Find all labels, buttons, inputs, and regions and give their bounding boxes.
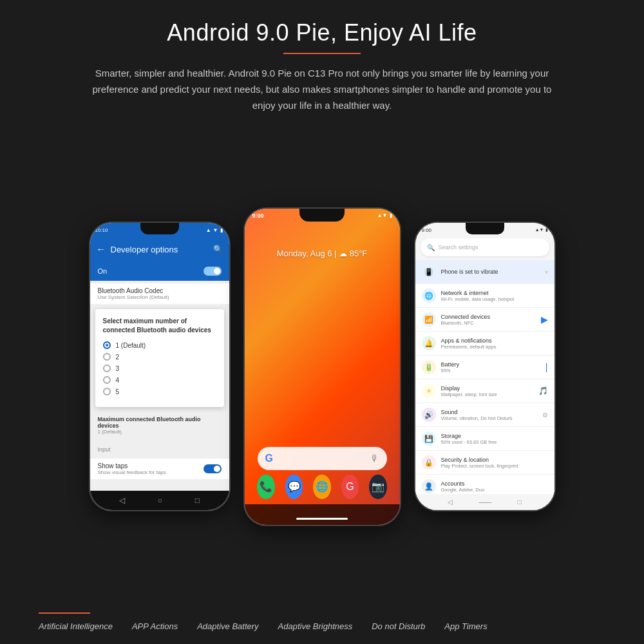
search-settings-placeholder: Search settings	[439, 244, 478, 251]
radio-item-3[interactable]: 3	[103, 365, 216, 372]
chrome-app-icon[interactable]: 🌐	[313, 475, 330, 499]
vibrate-icon: 📳	[422, 265, 436, 279]
storage-title: Storage	[441, 433, 548, 439]
display-title: Display	[441, 385, 533, 392]
settings-item-accounts[interactable]: 👤 Accounts Google, Adobe, Duo	[415, 475, 554, 494]
settings-time: 9:00	[422, 227, 432, 233]
radio-circle-5	[103, 388, 111, 395]
phone-right: 9:00 ▲▼ ▮ 🔍 Search settings 📳	[414, 222, 556, 511]
apps-text: Apps & notifications Permissions, defaul…	[441, 337, 548, 350]
recents-nav-icon[interactable]: □	[195, 496, 200, 505]
storage-icon: 💾	[422, 431, 436, 446]
bluetooth-title: Bluetooth Audio Codec	[98, 287, 222, 294]
back-nav-icon[interactable]: ◁	[119, 496, 125, 505]
bluetooth-item[interactable]: Bluetooth Audio Codec Use System Selecti…	[90, 283, 229, 304]
center-date-area: Monday, Aug 6 | ☁ 85°F	[245, 247, 400, 259]
page-container: Android 9.0 Pie, Enjoy AI Life Smarter, …	[0, 0, 644, 644]
radio-item-2[interactable]: 2	[103, 353, 216, 361]
center-home-indicator	[296, 518, 348, 520]
apps-sub: Permissions, default apps	[441, 344, 548, 350]
on-toggle[interactable]	[204, 267, 222, 276]
show-taps-sub: Show visual feedback for taps	[98, 469, 166, 475]
settings-home-indicator: ——	[478, 498, 491, 506]
home-nav-icon[interactable]: ○	[158, 496, 162, 505]
bottom-underline	[39, 612, 90, 614]
sound-settings-icon: ⚙	[542, 412, 548, 419]
apps-title: Apps & notifications	[441, 337, 548, 344]
security-icon: 🔒	[422, 455, 436, 469]
google-app-icon[interactable]: G	[341, 475, 359, 499]
settings-back-icon[interactable]: ◁	[448, 498, 453, 506]
camera-app-icon[interactable]: 📷	[369, 475, 386, 499]
feature-do-not-disturb: Do not Disturb	[372, 621, 425, 631]
battery-text: Battery 95%	[441, 361, 540, 374]
wifi-icon: ▼	[213, 227, 218, 233]
radio-label-3: 3	[116, 365, 120, 372]
devices-text: Connected devices Bluetooth, NFC	[441, 314, 536, 326]
settings-item-display[interactable]: ☀ Display Wallpaper, sleep, font size 🎵	[415, 379, 554, 403]
mic-icon[interactable]: 🎙	[370, 453, 379, 464]
settings-item-sound[interactable]: 🔊 Sound Volume, vibration, Do Not Distur…	[415, 403, 554, 427]
settings-signal-icon: ▲▼	[535, 227, 544, 232]
max-devices-note: Maximum connected Bluetooth audio device…	[90, 412, 229, 439]
feature-adaptive-battery: Adaptive Battery	[197, 621, 258, 631]
radio-item-1[interactable]: 1 (Default)	[103, 341, 216, 349]
settings-item-devices[interactable]: 📶 Connected devices Bluetooth, NFC ▶	[415, 308, 554, 332]
center-battery-icon: ▮	[390, 213, 392, 218]
dev-options-title: Developer options	[111, 245, 208, 254]
show-taps-row[interactable]: Show taps Show visual feedback for taps	[90, 459, 229, 479]
accounts-sub: Google, Adobe, Duo	[441, 487, 548, 493]
show-taps-title: Show taps	[98, 462, 166, 469]
center-signal-icon: ▲▼	[377, 213, 388, 218]
left-notch	[140, 223, 179, 234]
search-icon[interactable]: 🔍	[213, 245, 223, 254]
dev-options-content: On Bluetooth Audio Codec Use System Sele…	[90, 261, 229, 491]
sound-text: Sound Volume, vibration, Do Not Disturb	[441, 409, 537, 421]
apps-icon: 🔔	[422, 336, 436, 350]
display-sub: Wallpaper, sleep, font size	[441, 392, 533, 397]
feature-app-actions: APP Actions	[132, 621, 178, 631]
center-status-icons: ▲▼ ▮	[377, 213, 392, 218]
vibrate-title: Phone is set to vibrate	[441, 269, 540, 275]
battery-title: Battery	[441, 361, 540, 368]
battery-scroll-indicator: |	[545, 362, 548, 372]
back-arrow-icon[interactable]: ←	[97, 244, 106, 254]
radio-circle-3	[103, 365, 111, 372]
storage-text: Storage 50% used - 63.83 GB free	[441, 433, 548, 445]
feature-ai: Artificial Intelligence	[39, 621, 113, 631]
battery-sub: 95%	[441, 368, 540, 374]
settings-item-vibrate[interactable]: 📳 Phone is set to vibrate ▾	[415, 260, 554, 284]
note-title: Maximum connected Bluetooth audio device…	[98, 416, 222, 429]
settings-battery-icon: ▮	[545, 227, 548, 232]
phone-app-icon[interactable]: 📞	[257, 475, 274, 499]
show-taps-toggle[interactable]	[204, 464, 222, 473]
settings-item-network[interactable]: 🌐 Network & internet Wi-Fi, mobile, data…	[415, 284, 554, 308]
storage-sub: 50% used - 63.83 GB free	[441, 439, 548, 445]
center-date: Monday, Aug 6 | ☁ 85°F	[277, 249, 368, 258]
on-label: On	[98, 267, 108, 275]
left-status-icons: ▲ ▼ ▮	[206, 227, 223, 233]
radio-item-4[interactable]: 4	[103, 376, 216, 384]
search-settings-bar[interactable]: 🔍 Search settings	[421, 238, 549, 256]
title-section: Android 9.0 Pie, Enjoy AI Life Smarter, …	[39, 19, 605, 113]
google-search-bar[interactable]: G 🎙	[258, 447, 387, 470]
settings-item-security[interactable]: 🔒 Security & location Play Protect, scre…	[415, 451, 554, 475]
features-row: Artificial Intelligence APP Actions Adap…	[39, 621, 605, 631]
security-title: Security & location	[441, 457, 548, 463]
input-section: Input	[90, 439, 229, 458]
settings-item-apps[interactable]: 🔔 Apps & notifications Permissions, defa…	[415, 332, 554, 355]
vibrate-expand-icon: ▾	[545, 269, 548, 276]
radio-label-2: 2	[116, 354, 120, 361]
sound-sub: Volume, vibration, Do Not Disturb	[441, 415, 537, 421]
settings-item-battery[interactable]: 🔋 Battery 95% |	[415, 355, 554, 379]
bluetooth-sub: Use System Selection (Default)	[98, 294, 222, 300]
accounts-text: Accounts Google, Adobe, Duo	[441, 480, 548, 493]
radio-item-5[interactable]: 5	[103, 388, 216, 395]
accounts-icon: 👤	[422, 479, 436, 493]
signal-icon: ▲	[206, 227, 211, 233]
settings-recents-icon[interactable]: □	[517, 498, 521, 506]
show-taps-text: Show taps Show visual feedback for taps	[98, 462, 166, 475]
messages-app-icon[interactable]: 💬	[285, 475, 303, 499]
network-text: Network & internet Wi-Fi, mobile, data u…	[441, 290, 548, 302]
settings-item-storage[interactable]: 💾 Storage 50% used - 63.83 GB free	[415, 427, 554, 451]
